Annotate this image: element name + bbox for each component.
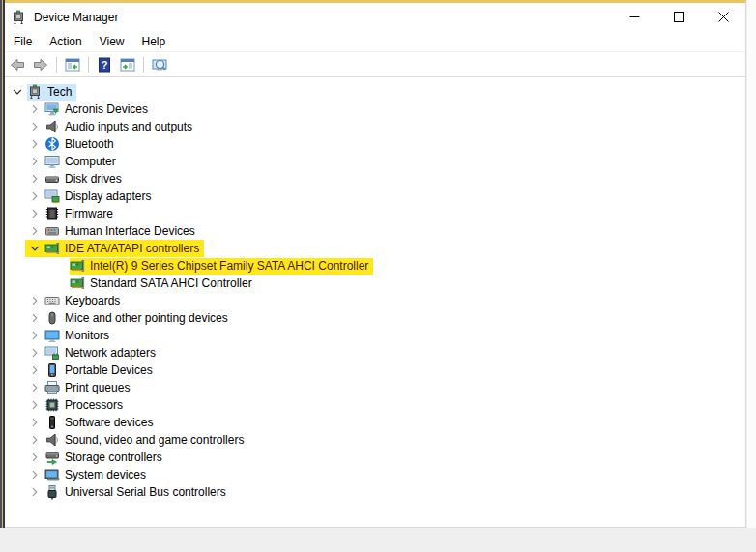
chevron-right-icon[interactable] bbox=[25, 223, 44, 239]
tree-item-content: Intel(R) 9 Series Chipset Family SATA AH… bbox=[70, 258, 373, 275]
tree-item[interactable]: Monitors bbox=[0, 327, 745, 344]
chevron-right-icon[interactable] bbox=[25, 345, 44, 361]
device-manager-icon bbox=[11, 10, 26, 25]
tree-item-inner: System devices bbox=[25, 466, 151, 483]
chevron-right-icon[interactable] bbox=[25, 119, 44, 134]
show-hide-console-tree-button[interactable] bbox=[61, 54, 84, 75]
chevron-right-icon[interactable] bbox=[25, 310, 44, 326]
svg-text:?: ? bbox=[102, 59, 108, 71]
tree-item[interactable]: Tech bbox=[0, 83, 745, 101]
tree-item-inner: Mice and other pointing devices bbox=[25, 309, 233, 327]
chevron-right-icon[interactable] bbox=[25, 450, 44, 465]
menu-file[interactable]: File bbox=[5, 33, 41, 50]
tree-item[interactable]: Portable Devices bbox=[0, 362, 745, 379]
chevron-right-icon[interactable] bbox=[25, 467, 44, 482]
maximize-button[interactable] bbox=[656, 3, 701, 31]
tree-item[interactable]: Computer bbox=[0, 153, 745, 170]
tree-item[interactable]: Firmware bbox=[0, 205, 745, 222]
close-icon bbox=[718, 12, 729, 22]
menu-help[interactable]: Help bbox=[133, 33, 175, 50]
chevron-right-icon[interactable] bbox=[25, 293, 44, 308]
tree-item-content: Sound, video and game controllers bbox=[44, 432, 248, 449]
chevron-spacer bbox=[50, 276, 70, 291]
tree-item[interactable]: Standard SATA AHCI Controller bbox=[0, 275, 745, 292]
controller-card-icon bbox=[70, 258, 85, 274]
chevron-right-icon[interactable] bbox=[25, 189, 44, 204]
tree-item[interactable]: Mice and other pointing devices bbox=[0, 309, 745, 327]
monitor-icon bbox=[44, 154, 60, 169]
tree-item-inner: Software devices bbox=[25, 414, 158, 431]
tree-item-content: Disk drives bbox=[44, 171, 127, 188]
chevron-right-icon[interactable] bbox=[25, 415, 44, 430]
tree-item-label: Audio inputs and outputs bbox=[65, 119, 194, 134]
window-left-border bbox=[0, 0, 5, 528]
chevron-right-icon[interactable] bbox=[25, 380, 44, 395]
title-bar[interactable]: Device Manager bbox=[0, 3, 745, 31]
display-adapter-icon bbox=[44, 189, 60, 204]
back-button[interactable] bbox=[6, 54, 29, 75]
tree-item[interactable]: System devices bbox=[0, 466, 745, 483]
chevron-right-icon[interactable] bbox=[25, 136, 44, 152]
tree-item[interactable]: Storage controllers bbox=[0, 449, 745, 466]
tree-item[interactable]: Human Interface Devices bbox=[0, 222, 745, 240]
tree-item-content: Software devices bbox=[44, 415, 158, 431]
tree-item-content: Tech bbox=[27, 84, 76, 101]
tree-item-inner: Bluetooth bbox=[25, 135, 119, 153]
scan-for-hardware-changes-button[interactable] bbox=[148, 54, 171, 75]
tree-item[interactable]: Disk drives bbox=[0, 170, 745, 188]
tree-item-inner: Universal Serial Bus controllers bbox=[25, 483, 231, 501]
chevron-right-icon[interactable] bbox=[25, 484, 44, 500]
tree-item[interactable]: Sound, video and game controllers bbox=[0, 431, 745, 449]
tree-item-content: Storage controllers bbox=[44, 450, 167, 466]
tree-item-inner: IDE ATA/ATAPI controllers bbox=[25, 240, 204, 257]
tree-item[interactable]: Network adapters bbox=[0, 344, 745, 362]
tree-item-inner: Monitors bbox=[25, 327, 114, 344]
tree-item[interactable]: Display adapters bbox=[0, 188, 745, 205]
tree-item-inner: Intel(R) 9 Series Chipset Family SATA AH… bbox=[50, 257, 373, 275]
hid-icon bbox=[44, 223, 60, 239]
show-hide-action-pane-button[interactable] bbox=[116, 54, 139, 75]
chevron-down-icon[interactable] bbox=[8, 84, 27, 100]
printer-icon bbox=[44, 380, 60, 395]
tree-item[interactable]: Audio inputs and outputs bbox=[0, 118, 745, 135]
usb-icon bbox=[44, 484, 60, 500]
tree-item[interactable]: Print queues bbox=[0, 379, 745, 396]
tree-item[interactable]: Universal Serial Bus controllers bbox=[0, 483, 745, 501]
tree-item-content: Bluetooth bbox=[44, 136, 119, 153]
desktop-background bbox=[747, 0, 756, 528]
toolbar: ? bbox=[0, 52, 745, 77]
toolbar-separator bbox=[88, 57, 89, 73]
tree-item[interactable]: Intel(R) 9 Series Chipset Family SATA AH… bbox=[0, 257, 745, 275]
chevron-down-icon[interactable] bbox=[25, 241, 44, 256]
menu-action[interactable]: Action bbox=[41, 33, 90, 50]
tree-item-inner: Portable Devices bbox=[25, 362, 158, 379]
tree-item[interactable]: Software devices bbox=[0, 414, 745, 431]
tree-item-label: Mice and other pointing devices bbox=[65, 310, 230, 326]
tree-item-content: Mice and other pointing devices bbox=[44, 310, 233, 327]
chevron-right-icon[interactable] bbox=[25, 102, 44, 117]
chevron-right-icon[interactable] bbox=[25, 363, 44, 378]
tree-item[interactable]: Keyboards bbox=[0, 292, 745, 309]
tree-item-inner: Storage controllers bbox=[25, 449, 167, 466]
chevron-right-icon[interactable] bbox=[25, 432, 44, 448]
help-button[interactable]: ? bbox=[93, 54, 116, 75]
minimize-button[interactable] bbox=[612, 3, 656, 31]
chevron-right-icon[interactable] bbox=[25, 328, 44, 343]
tree-item[interactable]: Bluetooth bbox=[0, 135, 745, 153]
tree-item-label: Bluetooth bbox=[65, 136, 116, 152]
chevron-right-icon[interactable] bbox=[25, 206, 44, 221]
tree-item[interactable]: Processors bbox=[0, 396, 745, 414]
chevron-right-icon[interactable] bbox=[25, 154, 44, 169]
tree-item-inner: Display adapters bbox=[25, 188, 156, 205]
forward-button[interactable] bbox=[29, 54, 52, 75]
menu-view[interactable]: View bbox=[91, 33, 133, 50]
close-button[interactable] bbox=[701, 3, 745, 31]
workstation-icon bbox=[27, 84, 43, 100]
tree-item[interactable]: Acronis Devices bbox=[0, 101, 745, 118]
tree-item-content: Human Interface Devices bbox=[44, 223, 200, 240]
chevron-right-icon[interactable] bbox=[25, 171, 44, 187]
tree-item[interactable]: IDE ATA/ATAPI controllers bbox=[0, 240, 745, 257]
chevron-right-icon[interactable] bbox=[25, 397, 44, 413]
bluetooth-icon bbox=[44, 136, 60, 152]
tree-item-label: Computer bbox=[65, 154, 118, 169]
